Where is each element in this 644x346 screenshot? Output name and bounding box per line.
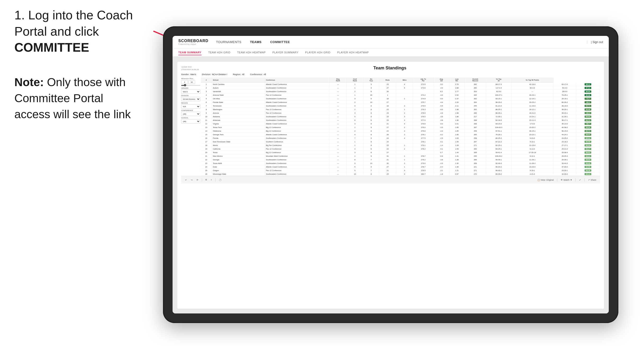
- note-area: Note: Only those with Committee Portal a…: [14, 74, 142, 123]
- col-conference: Conference: [265, 78, 330, 83]
- nav-items: TOURNAMENTS TEAMS COMMITTEE: [216, 39, 587, 45]
- table-row: 1 North Carolina Atlantic Coast Conferen…: [201, 83, 600, 86]
- undo-btn[interactable]: ↩: [184, 178, 188, 182]
- update-time-label: Update time:: [181, 66, 199, 68]
- table-row: 2 Auburn Southeastern Conference —19276 …: [201, 86, 600, 90]
- table-row: 5 Ole Miss Southeastern Conference —3618…: [201, 97, 600, 101]
- division-filter-group: Division NCAA Division I: [181, 95, 198, 101]
- clock-btn[interactable]: 🕐: [218, 178, 222, 182]
- table-row: 12 Virginia Atlantic Coast Conference —3…: [201, 122, 600, 126]
- table-row: 17 East Tennessee State Southern Confere…: [201, 140, 600, 144]
- sub-nav-team-summary[interactable]: TEAM SUMMARY: [178, 50, 202, 55]
- watch-btn[interactable]: 👁 Watch ▼: [560, 178, 573, 182]
- conference-select[interactable]: (All): [181, 112, 200, 116]
- table-body: 1 North Carolina Atlantic Coast Conferen…: [201, 83, 600, 176]
- col-conf-rank: ConfRank: [346, 78, 364, 83]
- toolbar-divider-5: [584, 178, 584, 182]
- toolbar-divider: [202, 178, 202, 182]
- left-filter-panel: Minimum Rou...: [181, 78, 198, 176]
- filters-display-row: Gender: Men's Division: NCAA Division I …: [181, 73, 600, 76]
- gender-filter-group: Gender Men's: [181, 87, 198, 94]
- filter-division-display: Division: NCAA Division I: [202, 73, 227, 76]
- max-rounds-input[interactable]: [188, 80, 195, 84]
- table-row: 3 Vanderbilt Southeastern Conference —28…: [201, 90, 600, 93]
- standings-table: # School Conference RegRank ConfRank NoT…: [201, 78, 600, 176]
- sub-nav-player-h2h-grid[interactable]: PLAYER H2H GRID: [305, 50, 330, 55]
- app-container: SCOREBOARD Powered by clippd TOURNAMENTS…: [172, 36, 609, 314]
- table-row: 8 Washington Pac-12 Conference —28231 27…: [201, 108, 600, 111]
- col-rnds: Rnds: [379, 78, 396, 83]
- update-time-block: Update time: 27/03/2024 16:56:26: [181, 66, 199, 71]
- instruction-area: 1. Log into the Coach Portal and click C…: [14, 7, 154, 56]
- table-row: 9 Arizona Pac-12 Conference —38232 278.9…: [201, 111, 600, 115]
- update-time-value: 27/03/2024 16:56:26: [181, 68, 199, 71]
- sub-nav-player-h2h-heatmap[interactable]: PLAYER H2H HEATMAP: [337, 50, 369, 55]
- region-select[interactable]: N/A: [181, 104, 200, 109]
- table-row: 23 Texas A&M Southeastern Conference —91…: [201, 162, 600, 165]
- table-row: 22 Georgia Southeastern Conference —8721…: [201, 158, 600, 162]
- filter-region-display: Region: All: [233, 73, 244, 76]
- bottom-toolbar: ↩ ↪ ⟳ ⧉ + 🕐 📋 View: Original: [181, 176, 600, 183]
- filter-gender-display: Gender: Men's: [181, 73, 196, 76]
- sub-nav-team-h2h-grid[interactable]: TEAM H2H GRID: [208, 50, 230, 55]
- rounds-slider[interactable]: [181, 85, 200, 86]
- logo-sub: Powered by clippd: [178, 43, 208, 45]
- content-area: Update time: 27/03/2024 16:56:26 Team St…: [172, 57, 609, 314]
- expand-btn[interactable]: ⤢: [578, 178, 582, 182]
- cell-school: North Carolina: [212, 83, 265, 86]
- table-head: # School Conference RegRank ConfRank NoT…: [201, 78, 600, 83]
- table-row: 25 Oregon Pac-12 Conference —57210 278.5…: [201, 169, 600, 172]
- table-row: 13 Texas Tech Big 12 Conference —19272 2…: [201, 126, 600, 129]
- toolbar-divider-3: [557, 178, 557, 182]
- school-select[interactable]: (All): [181, 119, 200, 124]
- panel-title: Team Standings: [199, 66, 581, 71]
- col-wins: Wins: [396, 78, 413, 83]
- add-btn[interactable]: +: [210, 178, 213, 182]
- panel-header: Update time: 27/03/2024 16:56:26 Team St…: [181, 66, 600, 71]
- col-adj-to-par: Adj. ToPar: [413, 78, 434, 83]
- note-text: Note: Only those with Committee Portal a…: [14, 74, 142, 123]
- table-row: 20 Texas Big 12 Conference —3827 0.71.44…: [201, 151, 600, 154]
- standings-panel: Update time: 27/03/2024 16:56:26 Team St…: [177, 62, 604, 309]
- school-filter-group: School (All): [181, 117, 198, 124]
- table-row: 24 Duke Atlantic Coast Conference —59271…: [201, 165, 600, 169]
- nav-teams[interactable]: TEAMS: [250, 39, 262, 45]
- min-rounds-input[interactable]: [181, 80, 188, 84]
- table-row: 19 California Pac-12 Conference —48242 2…: [201, 147, 600, 151]
- nav-committee[interactable]: COMMITTEE: [270, 39, 290, 45]
- nav-tournaments[interactable]: TOURNAMENTS: [216, 39, 242, 45]
- cell-rank: 1: [201, 83, 212, 86]
- conference-filter-group: Conference (All): [181, 110, 198, 116]
- redo-btn[interactable]: ↪: [190, 178, 194, 182]
- table-row: 21 New Mexico Mountain West Conference —…: [201, 154, 600, 158]
- col-rank: #: [201, 78, 212, 83]
- copy-btn[interactable]: ⧉: [204, 178, 208, 182]
- col-avg-sg: Avg.SG: [434, 78, 450, 83]
- view-original-btn[interactable]: 📋 View: Original: [536, 178, 554, 182]
- app-logo: SCOREBOARD Powered by clippd: [178, 39, 208, 45]
- tablet-device: SCOREBOARD Powered by clippd TOURNAMENTS…: [163, 26, 618, 323]
- share-btn[interactable]: ↗ Share: [587, 178, 597, 182]
- division-select[interactable]: NCAA Division I: [181, 97, 200, 101]
- toolbar-divider-4: [576, 178, 576, 182]
- main-layout: Minimum Rou...: [181, 78, 600, 176]
- refresh-btn[interactable]: ⟳: [196, 178, 200, 182]
- sign-out-btn[interactable]: | Sign out: [587, 40, 603, 44]
- table-row: 14 Oklahoma Big 12 Conference —28242 276…: [201, 129, 600, 133]
- region-filter-group: Region N/A: [181, 102, 198, 109]
- col-no-tour: NoTour: [363, 78, 379, 83]
- table-row: 7 Tennessee Southeastern Conference —461…: [201, 104, 600, 108]
- logo-main: SCOREBOARD: [178, 39, 208, 43]
- gender-select[interactable]: Men's: [181, 89, 200, 94]
- sub-nav-player-summary[interactable]: PLAYER SUMMARY: [272, 50, 298, 55]
- sub-nav-team-h2h-heatmap[interactable]: TEAM H2H HEATMAP: [237, 50, 266, 55]
- col-reg-rank: RegRank: [330, 78, 346, 83]
- table-row: 10 Alabama Southeastern Conference —5823…: [201, 115, 600, 118]
- table-row: 11 Arkansas Southeastern Conference —682…: [201, 118, 600, 122]
- table-row: 6 Florida State Atlantic Coast Conferenc…: [201, 101, 600, 104]
- col-school: School: [212, 78, 265, 83]
- toolbar-divider-2: [215, 178, 216, 182]
- col-vs-top25: Vs Top25: [486, 78, 512, 83]
- committee-keyword: COMMITTEE: [14, 40, 89, 54]
- table-row: 16 Florida Southeastern Conference —7924…: [201, 136, 600, 140]
